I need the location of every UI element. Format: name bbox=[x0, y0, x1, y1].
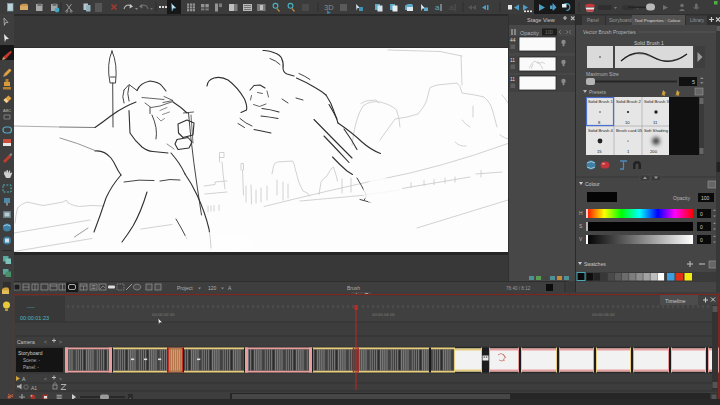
svg-text:<: < bbox=[44, 376, 47, 382]
svg-text:Storyboard: Storyboard bbox=[609, 18, 632, 23]
svg-text:a: a bbox=[435, 3, 440, 12]
svg-text:Opacity: Opacity bbox=[520, 30, 539, 36]
svg-text:5: 5 bbox=[692, 79, 695, 85]
svg-text:00:00:02:00: 00:00:02:00 bbox=[152, 312, 175, 317]
svg-text:>: > bbox=[59, 339, 62, 345]
svg-text:Presets: Presets bbox=[589, 89, 606, 95]
svg-text:Solid Brush 1: Solid Brush 1 bbox=[588, 99, 614, 104]
svg-text:Solid Brush 1: Solid Brush 1 bbox=[634, 40, 664, 46]
svg-text:00:00:06:00: 00:00:06:00 bbox=[592, 312, 615, 317]
svg-text:Soft Shading: Soft Shading bbox=[644, 128, 669, 133]
svg-text:Solid Brush 2: Solid Brush 2 bbox=[616, 99, 642, 104]
svg-text:Camera: Camera bbox=[17, 339, 35, 345]
svg-text:Brush card 05: Brush card 05 bbox=[616, 128, 643, 133]
svg-text:Solid Brush 4: Solid Brush 4 bbox=[588, 128, 614, 133]
svg-text:Swatches: Swatches bbox=[584, 261, 606, 267]
svg-text:11: 11 bbox=[653, 120, 658, 125]
svg-text:0: 0 bbox=[700, 211, 703, 217]
svg-text:Vector Brush Properties: Vector Brush Properties bbox=[583, 29, 636, 35]
svg-text:Colour: Colour bbox=[585, 181, 600, 187]
svg-text:3D: 3D bbox=[324, 3, 334, 12]
svg-text:11: 11 bbox=[510, 58, 515, 63]
svg-text:H: H bbox=[579, 210, 583, 216]
svg-text:Stage View: Stage View bbox=[527, 17, 555, 23]
svg-text:-----: ----- bbox=[27, 305, 35, 310]
svg-text:Storyboard: Storyboard bbox=[18, 350, 43, 356]
svg-text:Brush: Brush bbox=[347, 285, 360, 291]
svg-text:ABC: ABC bbox=[3, 108, 11, 113]
svg-text:44: 44 bbox=[510, 38, 516, 43]
svg-text:Solid Brush 3: Solid Brush 3 bbox=[644, 99, 670, 104]
svg-text:Timeline: Timeline bbox=[665, 298, 686, 304]
svg-text:10: 10 bbox=[625, 120, 630, 125]
svg-text:Panel: -: Panel: - bbox=[23, 365, 39, 370]
svg-text:S: S bbox=[579, 223, 583, 229]
svg-text:A: A bbox=[228, 285, 232, 291]
svg-text:Library: Library bbox=[690, 18, 705, 23]
svg-text:00:00:04:00: 00:00:04:00 bbox=[372, 312, 395, 317]
svg-text:V: V bbox=[579, 236, 583, 242]
svg-text:100: 100 bbox=[701, 195, 710, 201]
svg-text:Opacity: Opacity bbox=[673, 195, 690, 201]
svg-text:a: a bbox=[449, 3, 454, 12]
svg-text:0: 0 bbox=[700, 237, 703, 243]
svg-text:11: 11 bbox=[510, 77, 515, 82]
svg-text:Tool Properties : Colour: Tool Properties : Colour bbox=[635, 18, 681, 23]
svg-text:76:40 / 8:12: 76:40 / 8:12 bbox=[506, 286, 531, 291]
svg-text:Panel: Panel bbox=[587, 18, 599, 23]
svg-text:0: 0 bbox=[700, 224, 703, 230]
svg-text:200: 200 bbox=[650, 149, 658, 154]
svg-text:Maximum Size: Maximum Size bbox=[586, 71, 619, 77]
svg-text:Project: Project bbox=[177, 285, 193, 291]
svg-text:Scene: -: Scene: - bbox=[23, 358, 41, 363]
svg-text:A1: A1 bbox=[31, 385, 37, 391]
svg-text:<: < bbox=[44, 339, 47, 345]
svg-text:120: 120 bbox=[208, 285, 217, 291]
svg-text:100: 100 bbox=[545, 30, 553, 35]
svg-text:>: > bbox=[59, 376, 62, 382]
svg-text:00:00:01:23: 00:00:01:23 bbox=[20, 315, 49, 321]
svg-text:15: 15 bbox=[597, 149, 602, 154]
